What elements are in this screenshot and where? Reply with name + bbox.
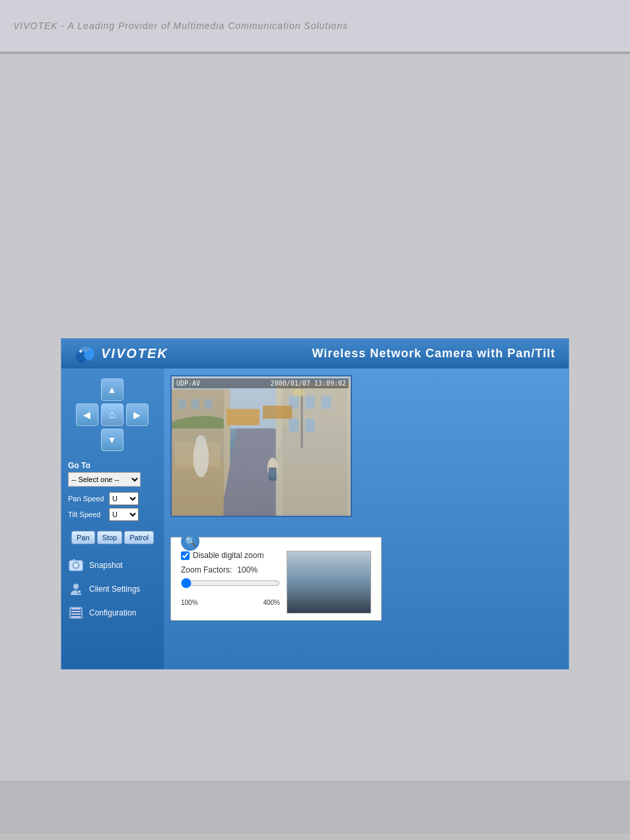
zoom-panel: 🔍 Disable digital zoom: [170, 537, 382, 621]
camera-widget: VIVOTEK Wireless Network Camera with Pan…: [61, 338, 569, 767]
zoom-min-label: 100%: [181, 599, 198, 606]
right-panel: UDP-AV 2000/01/07 13:09:02 🔍: [164, 368, 569, 669]
zoom-controls: Disable digital zoom Zoom Factors: 100%: [181, 551, 280, 613]
pan-up-button[interactable]: [101, 378, 123, 401]
svg-rect-41: [287, 558, 317, 613]
svg-rect-43: [337, 555, 371, 613]
svg-rect-33: [269, 468, 277, 481]
client-settings-label: Client Settings: [89, 584, 140, 594]
svg-point-5: [74, 563, 78, 567]
disable-zoom-label: Disable digital zoom: [193, 551, 263, 560]
feed-protocol: UDP-AV: [176, 380, 200, 387]
logo-area: VIVOTEK: [75, 343, 168, 365]
tilt-speed-select[interactable]: U 1 2 3: [109, 508, 139, 521]
widget-body: Go To -- Select one -- Pan Speed U 1: [61, 368, 569, 669]
zoom-factor-row: Zoom Factors: 100%: [181, 565, 280, 575]
camera-feed: UDP-AV 2000/01/07 13:09:02: [170, 375, 352, 517]
empty-bottomleft: [76, 429, 98, 451]
client-settings-item[interactable]: Client Settings: [68, 580, 157, 598]
left-panel: Go To -- Select one -- Pan Speed U 1: [61, 368, 164, 669]
action-buttons: Pan Stop Patrol: [71, 531, 154, 544]
svg-point-46: [298, 580, 306, 600]
main-area: VIVOTEK Wireless Network Camera with Pan…: [0, 54, 630, 781]
zoom-factor-value: 100%: [237, 565, 258, 575]
vivotek-logo-icon: [75, 343, 96, 365]
pan-left-button[interactable]: [76, 403, 98, 426]
goto-label: Go To: [68, 461, 157, 470]
feed-info-overlay: UDP-AV 2000/01/07 13:09:02: [174, 378, 349, 388]
pan-button[interactable]: Pan: [71, 531, 95, 544]
svg-point-2: [79, 350, 82, 353]
feed-timestamp: 2000/01/07 13:09:02: [271, 380, 346, 387]
svg-rect-18: [192, 399, 199, 409]
svg-point-48: [332, 588, 338, 601]
svg-rect-26: [289, 419, 298, 432]
disable-zoom-checkbox[interactable]: [181, 551, 190, 560]
goto-section: Go To -- Select one --: [68, 461, 157, 487]
zoom-icon-button[interactable]: 🔍: [181, 532, 199, 551]
svg-rect-29: [263, 405, 292, 419]
empty-topright: [126, 378, 149, 401]
tilt-speed-row: Tilt Speed U 1 2 3: [68, 508, 157, 521]
top-header: VIVOTEK - A Leading Provider of Multimed…: [0, 0, 630, 53]
svg-marker-42: [310, 575, 350, 613]
empty-topleft: [76, 378, 98, 401]
widget-title-bar: VIVOTEK Wireless Network Camera with Pan…: [61, 339, 569, 368]
sidebar-icons: Snapshot: [68, 556, 157, 622]
stop-button[interactable]: Stop: [97, 531, 123, 544]
home-button[interactable]: [101, 403, 123, 426]
svg-rect-44: [343, 561, 349, 568]
zoom-thumbnail-svg: [287, 551, 371, 613]
street-scene-svg: [172, 376, 351, 516]
vivotek-logo-text: VIVOTEK: [101, 346, 168, 361]
zoom-slider[interactable]: [181, 578, 280, 588]
client-settings-icon: [68, 581, 84, 597]
svg-rect-40: [287, 551, 371, 613]
svg-point-39: [292, 389, 305, 397]
zoom-range-labels: 100% 400%: [181, 599, 280, 606]
widget-title-text: Wireless Network Camera with Pan/Tilt: [312, 347, 555, 361]
svg-rect-47: [324, 571, 340, 579]
svg-point-37: [195, 435, 206, 448]
direction-controls: [76, 378, 150, 452]
configuration-label: Configuration: [89, 608, 136, 617]
zoom-factors-label: Zoom Factors:: [181, 565, 232, 575]
brand-text: VIVOTEK - A Leading Provider of Multimed…: [13, 20, 348, 31]
svg-rect-24: [305, 396, 315, 409]
svg-point-7: [73, 584, 79, 589]
zoom-thumbnail: [287, 551, 371, 613]
zoom-slider-container: [181, 578, 280, 598]
svg-rect-45: [353, 561, 359, 568]
snapshot-item[interactable]: Snapshot: [68, 556, 157, 575]
goto-select[interactable]: -- Select one --: [68, 472, 141, 487]
disable-zoom-row: Disable digital zoom: [181, 551, 280, 560]
footer: [0, 781, 630, 833]
pan-down-button[interactable]: [101, 429, 123, 451]
snapshot-label: Snapshot: [89, 561, 123, 570]
widget-frame: VIVOTEK Wireless Network Camera with Pan…: [61, 338, 569, 670]
configuration-item[interactable]: Configuration: [68, 604, 157, 622]
patrol-button[interactable]: Patrol: [124, 531, 154, 544]
svg-rect-27: [305, 419, 315, 432]
pan-speed-row: Pan Speed U 1 2 3: [68, 492, 157, 505]
snapshot-icon: [68, 557, 84, 573]
tilt-speed-label: Tilt Speed: [68, 510, 106, 518]
svg-rect-19: [204, 399, 212, 409]
speed-controls: Pan Speed U 1 2 3 Tilt Speed U: [68, 492, 157, 524]
pan-right-button[interactable]: [126, 403, 149, 426]
svg-rect-17: [178, 399, 186, 409]
camera-feed-image: [172, 376, 351, 516]
svg-rect-6: [73, 559, 75, 561]
pan-speed-label: Pan Speed: [68, 495, 106, 503]
svg-rect-28: [227, 409, 260, 425]
configuration-icon: [68, 605, 84, 621]
pan-speed-select[interactable]: U 1 2 3: [109, 492, 139, 505]
empty-bottomright: [126, 429, 149, 451]
zoom-content: Disable digital zoom Zoom Factors: 100%: [181, 551, 371, 613]
zoom-max-label: 400%: [263, 599, 280, 606]
svg-rect-25: [322, 396, 332, 409]
